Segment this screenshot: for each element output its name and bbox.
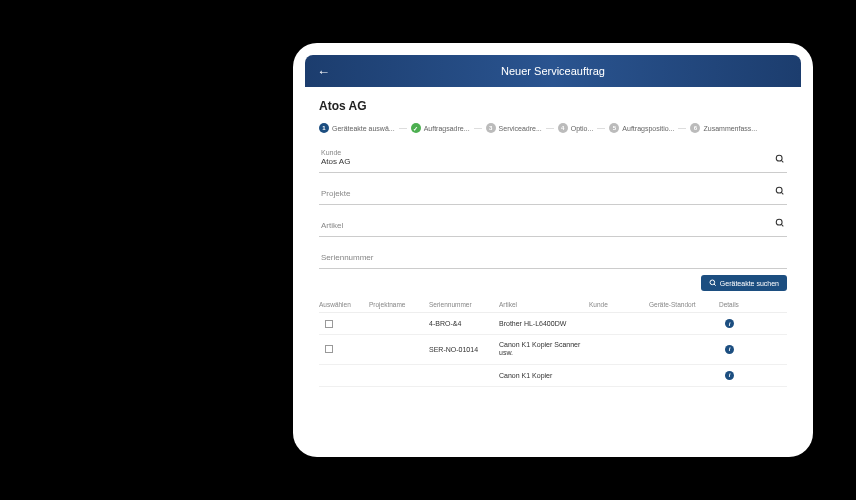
button-label: Geräteakte suchen	[720, 280, 779, 287]
col-header: Projektname	[369, 301, 429, 308]
field-placeholder: Artikel	[321, 221, 343, 230]
step-number-icon: 6	[690, 123, 700, 133]
artikel-field[interactable]: Artikel	[319, 209, 787, 237]
step-number-icon: 1	[319, 123, 329, 133]
wizard-stepper: 1 Geräteakte auswä... ✓ Auftragsadre... …	[319, 123, 787, 133]
cell-artikel: Brother HL-L6400DW	[499, 320, 589, 327]
main-content: Atos AG 1 Geräteakte auswä... ✓ Auftrags…	[305, 87, 801, 445]
step-label: Zusammenfass...	[703, 125, 757, 132]
svg-line-3	[781, 192, 783, 194]
step-4[interactable]: 4 Optio...	[558, 123, 594, 133]
step-connector	[546, 128, 554, 129]
col-header: Geräte-Standort	[649, 301, 719, 308]
cell-seriennummer: 4-BRO-&4	[429, 320, 499, 327]
svg-line-1	[781, 160, 783, 162]
info-icon[interactable]: i	[725, 371, 734, 380]
search-button-row: Geräteakte suchen	[319, 275, 787, 291]
svg-point-0	[776, 155, 782, 161]
svg-line-5	[781, 224, 783, 226]
cell-artikel: Canon K1 Kopier Scanner usw.	[499, 341, 589, 358]
step-label: Optio...	[571, 125, 594, 132]
field-placeholder: Projekte	[321, 189, 350, 198]
table-header-row: Auswählen Projektname Seriennummer Artik…	[319, 297, 787, 313]
row-checkbox[interactable]	[325, 320, 333, 328]
step-label: Serviceadre...	[499, 125, 542, 132]
field-placeholder: Seriennummer	[321, 253, 373, 262]
step-5[interactable]: 5 Auftragspositio...	[609, 123, 674, 133]
step-1[interactable]: 1 Geräteakte auswä...	[319, 123, 395, 133]
step-connector	[597, 128, 605, 129]
search-icon[interactable]	[775, 218, 785, 230]
table-row: SER-NO-01014 Canon K1 Kopier Scanner usw…	[319, 335, 787, 365]
table-row: 4-BRO-&4 Brother HL-L6400DW i	[319, 313, 787, 335]
step-connector	[399, 128, 407, 129]
step-label: Auftragsadre...	[424, 125, 470, 132]
info-icon[interactable]: i	[725, 319, 734, 328]
cell-artikel: Canon K1 Kopier	[499, 372, 589, 379]
step-number-icon: 5	[609, 123, 619, 133]
step-6[interactable]: 6 Zusammenfass...	[690, 123, 757, 133]
svg-point-2	[776, 187, 782, 193]
col-header: Seriennummer	[429, 301, 499, 308]
col-header: Kunde	[589, 301, 649, 308]
step-check-icon: ✓	[411, 123, 421, 133]
cell-seriennummer: SER-NO-01014	[429, 346, 499, 353]
step-connector	[678, 128, 686, 129]
kunde-field[interactable]: Kunde Atos AG	[319, 143, 787, 173]
search-icon[interactable]	[775, 186, 785, 198]
step-label: Auftragspositio...	[622, 125, 674, 132]
company-heading: Atos AG	[319, 99, 787, 113]
svg-point-6	[710, 280, 715, 285]
app-screen: ← Neuer Serviceauftrag Atos AG 1 Gerätea…	[305, 55, 801, 445]
field-label: Kunde	[321, 149, 350, 156]
app-header: ← Neuer Serviceauftrag	[305, 55, 801, 87]
search-geraeteakte-button[interactable]: Geräteakte suchen	[701, 275, 787, 291]
step-3[interactable]: 3 Serviceadre...	[486, 123, 542, 133]
tablet-device-frame: ← Neuer Serviceauftrag Atos AG 1 Gerätea…	[293, 43, 813, 457]
search-icon[interactable]	[775, 154, 785, 166]
row-checkbox[interactable]	[325, 345, 333, 353]
seriennummer-field[interactable]: Seriennummer	[319, 241, 787, 269]
info-icon[interactable]: i	[725, 345, 734, 354]
col-header: Artikel	[499, 301, 589, 308]
back-arrow-icon[interactable]: ←	[317, 64, 330, 79]
step-label: Geräteakte auswä...	[332, 125, 395, 132]
svg-point-4	[776, 219, 782, 225]
step-number-icon: 4	[558, 123, 568, 133]
step-number-icon: 3	[486, 123, 496, 133]
step-connector	[474, 128, 482, 129]
table-row: Canon K1 Kopier i	[319, 365, 787, 387]
col-header: Details	[719, 301, 759, 308]
projekte-field[interactable]: Projekte	[319, 177, 787, 205]
step-2[interactable]: ✓ Auftragsadre...	[411, 123, 470, 133]
svg-line-7	[714, 284, 716, 286]
field-value: Atos AG	[321, 157, 350, 166]
col-header: Auswählen	[319, 301, 369, 308]
page-title: Neuer Serviceauftrag	[501, 65, 605, 77]
